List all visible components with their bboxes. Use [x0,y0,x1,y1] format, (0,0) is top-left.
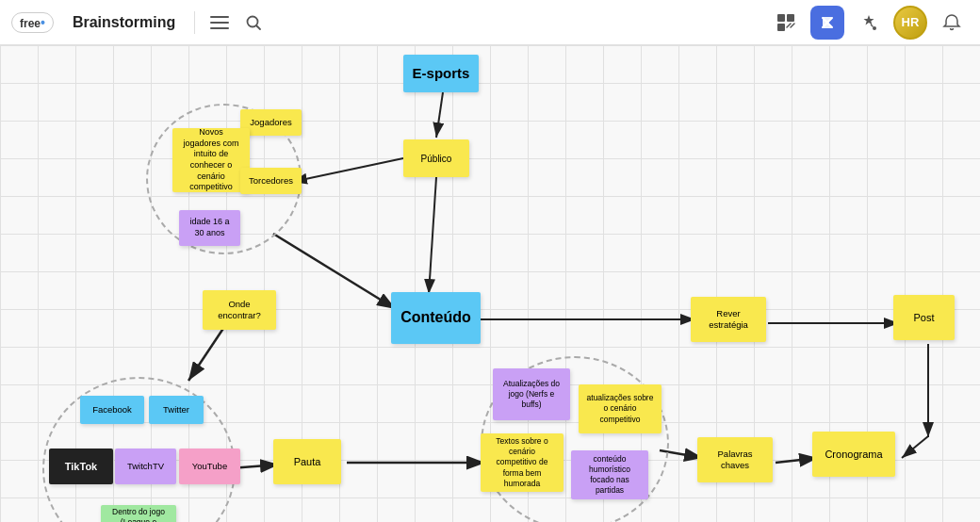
search-icon [245,14,262,31]
atualizacoes2-node[interactable]: atualizações sobre o cenário competitivo [579,384,662,433]
page-title: Brainstorming [73,14,175,31]
facebook-label: Facebook [92,404,132,416]
bell-icon [942,13,961,32]
idade-label: idade 16 a 30 anos [187,217,233,238]
svg-line-13 [436,92,443,138]
publico-label: Público [421,153,452,165]
bell-button[interactable] [935,6,969,40]
textos-label: Textos sobre o cenário competitivo de fo… [488,436,556,488]
rever-label: Rever estratégia [698,308,759,332]
free-dot: • [41,15,45,30]
rever-node[interactable]: Rever estratégia [691,297,766,342]
torcedores-label: Torcedores [249,175,293,187]
svg-line-4 [257,25,261,29]
avatar[interactable]: HR [893,6,927,40]
svg-rect-2 [210,27,229,29]
onde-encontrar-node[interactable]: Onde encontrar? [203,290,276,330]
conteudo-label: Conteúdo [400,308,471,328]
dentro-jogo-node[interactable]: Dentro do jogo (League e Legends) [101,505,176,522]
idade-node[interactable]: idade 16 a 30 anos [179,210,240,246]
arrow-icon [818,13,837,32]
pauta-label: Pauta [294,455,321,468]
search-button[interactable] [238,8,269,38]
textos-node[interactable]: Textos sobre o cenário competitivo de fo… [481,433,564,492]
free-label: free [20,17,41,30]
twitter-label: Twitter [163,404,189,416]
post-node[interactable]: Post [893,295,955,340]
tiktok-node[interactable]: TikTok [49,449,113,484]
svg-line-17 [188,324,226,381]
tiktok-label: TikTok [65,460,97,473]
conteudo-humor-node[interactable]: conteúdo humorístico focado nas partidas [571,450,648,499]
svg-point-9 [873,26,876,30]
esports-label: E-sports [413,64,470,83]
novos-jogadores-node[interactable]: Novos jogadores com intuito de conhecer … [172,128,250,192]
jogadores-label: Jogadores [250,117,291,128]
atualizacoes-label: Atualizações do jogo (Nerfs e buffs) [500,379,563,410]
free-badge[interactable]: free• [11,12,54,33]
conteudo-node[interactable]: Conteúdo [391,292,481,344]
atualizacoes2-label: atualizações sobre o cenário competitivo [586,393,654,424]
canvas[interactable]: E-sports Público Jogadores Novos jogador… [0,45,980,522]
header-right: HR [769,6,969,40]
avatar-initials: HR [902,15,920,29]
twitter-node[interactable]: Twitter [149,396,204,424]
publico-node[interactable]: Público [403,139,469,177]
svg-point-3 [248,16,258,26]
novos-jogadores-label: Novos jogadores com intuito de conhecer … [180,127,242,193]
header-divider [194,11,195,34]
pauta-node[interactable]: Pauta [273,439,341,484]
cronograma-label: Cronograma [825,448,882,461]
post-label: Post [913,311,934,324]
twitchtv-label: TwitchTV [127,461,164,472]
dentro-jogo-label: Dentro do jogo (League e Legends) [108,507,169,522]
hamburger-icon [210,13,229,32]
header: free• Brainstorming [0,0,980,45]
magic-button[interactable] [852,6,886,40]
svg-rect-7 [777,24,785,31]
svg-line-25 [902,436,928,458]
svg-rect-5 [777,14,785,22]
palavras-chaves-label: Palavras chaves [705,449,765,472]
facebook-node[interactable]: Facebook [80,396,144,424]
svg-line-16 [273,234,396,309]
palavras-chaves-node[interactable]: Palavras chaves [697,437,773,482]
torcedores-node[interactable]: Torcedores [240,168,302,194]
magic-icon [858,12,879,33]
grid-view-button[interactable] [769,6,803,40]
esports-node[interactable]: E-sports [403,55,479,92]
svg-rect-1 [210,22,229,24]
onde-encontrar-label: Onde encontrar? [210,299,269,322]
svg-rect-6 [787,14,794,22]
youtube-node[interactable]: YouTube [179,449,240,484]
grid-icon [776,12,796,33]
svg-rect-0 [210,16,229,18]
menu-icon[interactable] [204,8,235,38]
svg-line-14 [429,177,436,294]
conteudo-humor-label: conteúdo humorístico focado nas partidas [579,454,641,496]
arrow-button[interactable] [810,6,844,40]
svg-line-10 [871,24,874,27]
cronograma-node[interactable]: Cronograma [812,432,895,477]
twitchtv-node[interactable]: TwitchTV [115,449,176,484]
youtube-label: YouTube [192,461,227,472]
svg-line-15 [292,158,403,182]
atualizacoes-node[interactable]: Atualizações do jogo (Nerfs e buffs) [493,368,570,420]
